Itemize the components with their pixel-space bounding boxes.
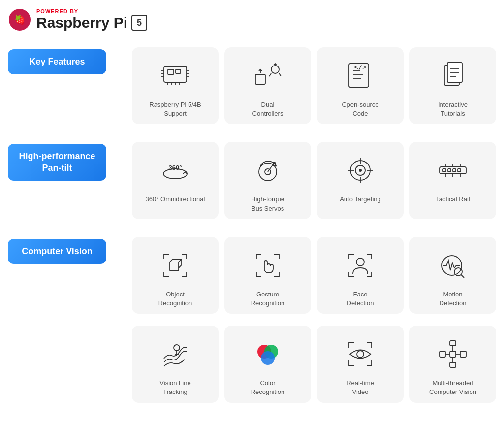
object-icon <box>156 246 195 285</box>
icon-label-servo: High-torqueBus Servos <box>251 195 284 213</box>
icon-label-gesture: GestureRecognition <box>251 290 285 308</box>
eye-icon <box>341 334 380 374</box>
icon-card-servo: High-torqueBus Servos <box>224 142 311 219</box>
svg-rect-2 <box>164 66 187 82</box>
svg-point-17 <box>271 66 279 73</box>
computer-vision-button: Computer Vision <box>8 239 106 264</box>
icon-card-target: Auto Targeting <box>317 142 404 219</box>
icon-label-rpi-support: Raspberry Pi 5/4BSupport <box>149 100 201 118</box>
icon-label-map: Vision LineTracking <box>159 379 190 396</box>
svg-point-57 <box>356 258 364 266</box>
icon-label-code: Open-sourceCode <box>342 100 378 118</box>
powered-by-label: POWERED BY <box>36 8 147 14</box>
icon-label-network: Multi-threadedComputer Vision <box>429 379 476 396</box>
icon-label-rail: Tactical Rail <box>436 195 470 204</box>
rail-icon <box>433 151 472 190</box>
header: 🍓 POWERED BY Raspberry Pi 5 <box>8 8 496 32</box>
pan-tilt-label-cell: High-performancePan-tilt <box>8 136 126 230</box>
main-grid: Key Features <box>8 41 496 415</box>
icon-card-tutorials: InteractiveTutorials <box>410 47 496 124</box>
icon-label-eye: Real-timeVideo <box>346 379 374 396</box>
icon-card-code: </> Open-sourceCode <box>317 47 404 124</box>
icon-card-rail: Tactical Rail <box>410 142 496 219</box>
key-features-button: Key Features <box>8 49 106 74</box>
icon-card-eye: Real-timeVideo <box>317 326 404 402</box>
title-text: Raspberry Pi <box>36 14 127 31</box>
target-icon <box>341 151 380 190</box>
icon-label-360: 360° Omnidirectional <box>146 195 205 204</box>
tutorials-icon <box>433 56 472 96</box>
svg-text:360°: 360° <box>169 164 182 171</box>
svg-line-18 <box>269 73 271 76</box>
dual-ctrl-icon <box>248 56 287 96</box>
svg-text:</>: </> <box>354 63 366 71</box>
key-features-icons: Raspberry Pi 5/4BSupport <box>126 41 496 136</box>
code-icon: </> <box>341 56 380 96</box>
motion-icon <box>433 246 472 285</box>
icon-card-gesture: GestureRecognition <box>224 237 311 314</box>
icon-label-tutorials: InteractiveTutorials <box>438 100 468 118</box>
svg-text:🍓: 🍓 <box>14 14 26 25</box>
svg-rect-4 <box>176 69 181 73</box>
icon-label-color: ColorRecognition <box>251 379 285 396</box>
svg-rect-74 <box>460 351 466 357</box>
svg-point-66 <box>357 351 364 358</box>
header-text: POWERED BY Raspberry Pi 5 <box>36 8 147 31</box>
color-icon <box>248 334 287 374</box>
svg-line-60 <box>461 275 464 278</box>
icon-label-object: ObjectRecognition <box>158 290 192 308</box>
360-icon: 360° <box>156 151 195 190</box>
icon-card-object: ObjectRecognition <box>132 237 219 314</box>
icon-label-dual-ctrl: DualControllers <box>252 100 284 118</box>
icon-card-rpi-support: Raspberry Pi 5/4BSupport <box>132 47 219 124</box>
svg-rect-70 <box>450 362 456 367</box>
computer-vision-icons-row1: ObjectRecognition GestureRecognition <box>126 231 496 326</box>
gesture-icon <box>248 246 287 285</box>
svg-rect-68 <box>450 341 456 346</box>
svg-rect-72 <box>440 351 445 357</box>
key-features-label-cell: Key Features <box>8 41 126 136</box>
svg-rect-15 <box>255 74 265 84</box>
svg-line-35 <box>268 163 274 172</box>
icon-label-motion: MotionDetection <box>440 290 467 308</box>
icon-label-face: FaceDetection <box>347 290 374 308</box>
svg-line-19 <box>279 73 281 76</box>
icon-card-map: Vision LineTracking <box>132 326 219 402</box>
pan-tilt-button: High-performancePan-tilt <box>8 144 106 181</box>
svg-rect-46 <box>448 169 451 172</box>
svg-rect-45 <box>443 169 446 172</box>
svg-point-59 <box>454 268 462 276</box>
icon-card-color: ColorRecognition <box>224 326 311 402</box>
circuit-icon <box>156 56 195 96</box>
icon-label-target: Auto Targeting <box>340 195 381 204</box>
svg-point-61 <box>174 345 180 351</box>
icon-card-dual-ctrl: DualControllers <box>224 47 311 124</box>
pi-version-badge: 5 <box>131 15 147 31</box>
svg-rect-67 <box>450 351 456 357</box>
svg-point-65 <box>261 351 275 365</box>
computer-vision-label-cell: Computer Vision <box>8 231 126 326</box>
pan-tilt-icons: 360° 360° Omnidirectional High-torqu <box>126 136 496 230</box>
rpi-logo-icon: 🍓 <box>8 8 32 32</box>
face-icon <box>341 246 380 285</box>
computer-vision-icons-row2: Vision LineTracking ColorRecognition <box>126 326 496 414</box>
svg-rect-48 <box>458 169 461 172</box>
svg-point-39 <box>359 169 362 172</box>
svg-rect-55 <box>170 262 179 271</box>
servo-icon <box>248 151 287 190</box>
map-icon <box>156 334 195 374</box>
cv-row2-spacer <box>8 326 126 414</box>
icon-card-face: FaceDetection <box>317 237 404 314</box>
icon-card-motion: MotionDetection <box>410 237 496 314</box>
icon-card-network: Multi-threadedComputer Vision <box>410 326 496 402</box>
svg-rect-47 <box>453 169 456 172</box>
svg-rect-3 <box>168 69 174 74</box>
icon-card-360: 360° 360° Omnidirectional <box>132 142 219 219</box>
rpi-title: Raspberry Pi 5 <box>36 14 147 31</box>
network-icon <box>433 334 472 374</box>
